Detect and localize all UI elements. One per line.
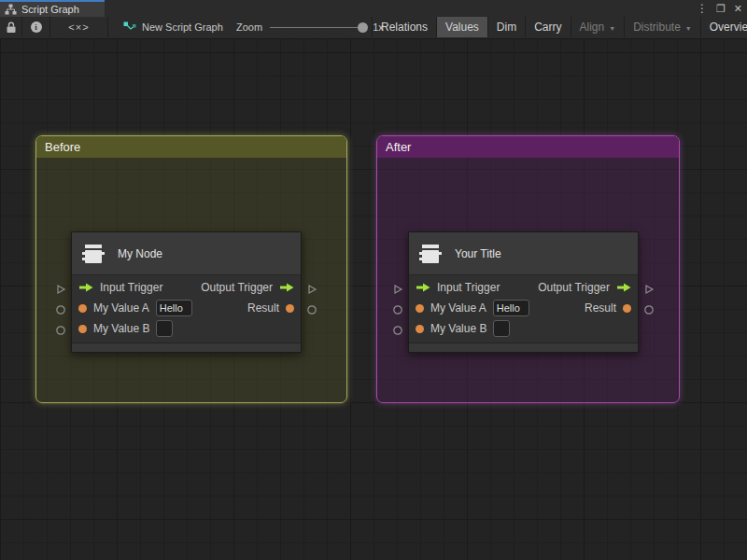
external-value-input-connector[interactable] xyxy=(392,323,403,334)
value-output-port-icon[interactable] xyxy=(286,304,294,313)
value-input-port-icon[interactable] xyxy=(416,325,424,333)
group-title: Before xyxy=(45,140,80,154)
zoom-slider[interactable] xyxy=(270,27,363,28)
port-label: Output Trigger xyxy=(538,281,610,294)
relations-button[interactable]: Relations xyxy=(372,17,436,37)
port-row: Input Trigger Output Trigger xyxy=(72,277,301,298)
port-label: Input Trigger xyxy=(100,281,162,294)
port-label: Input Trigger xyxy=(437,281,500,294)
node-body: Input Trigger Output Trigger My Value A xyxy=(409,275,638,343)
new-script-graph-label: New Script Graph xyxy=(142,21,223,33)
value-input-port-icon[interactable] xyxy=(78,304,87,313)
align-button[interactable]: Align ▼ xyxy=(571,17,625,37)
overview-button[interactable]: Overview xyxy=(700,17,747,37)
info-icon: i xyxy=(31,21,42,33)
port-row: My Value B xyxy=(72,318,301,339)
code-icon: <×> xyxy=(68,21,89,33)
toolbar: i <×> New Script Graph Zoom 1x xyxy=(0,17,747,39)
code-preview-button[interactable]: <×> xyxy=(50,17,108,37)
value-a-input[interactable] xyxy=(493,300,529,316)
external-value-input-connector[interactable] xyxy=(392,302,403,314)
trigger-output-port-icon[interactable] xyxy=(279,283,294,292)
new-script-graph-button[interactable]: New Script Graph xyxy=(123,17,223,37)
node-header[interactable]: Your Title xyxy=(409,232,638,275)
external-trigger-output-connector[interactable] xyxy=(643,282,655,293)
value-input-port-icon[interactable] xyxy=(416,304,424,313)
node-your-title[interactable]: Your Title Input Trigger Output Trigger xyxy=(408,231,639,353)
titlebar: Script Graph ⋮ ❐ ✕ xyxy=(0,0,747,17)
node-body: Input Trigger Output Trigger My Value A xyxy=(72,275,301,343)
node-header[interactable]: My Node xyxy=(72,232,301,275)
port-row: My Value B xyxy=(409,318,638,339)
port-row: Input Trigger Output Trigger xyxy=(409,277,638,298)
port-label: My Value A xyxy=(430,301,486,315)
external-trigger-input-connector[interactable] xyxy=(392,282,403,293)
group-before-header[interactable]: Before xyxy=(36,136,346,158)
distribute-button[interactable]: Distribute ▼ xyxy=(624,17,700,37)
zoom-label: Zoom xyxy=(236,21,262,33)
group-title: After xyxy=(386,140,411,154)
node-footer xyxy=(409,343,638,352)
port-label: My Value B xyxy=(93,322,149,335)
zoom-control: Zoom 1x xyxy=(236,17,384,37)
distribute-label: Distribute xyxy=(633,21,681,34)
port-label: My Value B xyxy=(430,322,486,335)
toolbar-buttons: Relations Values Dim Carry Align ▼ Distr… xyxy=(372,17,747,37)
align-label: Align xyxy=(580,21,605,34)
close-icon[interactable]: ✕ xyxy=(734,0,742,17)
external-value-output-connector[interactable] xyxy=(643,302,655,314)
window-controls: ⋮ ❐ ✕ xyxy=(697,0,742,17)
carry-button[interactable]: Carry xyxy=(525,17,570,37)
external-trigger-input-connector[interactable] xyxy=(55,282,66,293)
script-graph-tab-icon xyxy=(5,4,17,15)
port-label: Output Trigger xyxy=(201,281,273,294)
external-trigger-output-connector[interactable] xyxy=(306,282,317,293)
unit-icon xyxy=(418,243,443,265)
trigger-output-port-icon[interactable] xyxy=(616,283,631,292)
node-footer xyxy=(72,343,301,352)
node-title: My Node xyxy=(118,247,162,260)
inspect-button[interactable]: i xyxy=(22,17,50,37)
graph-canvas[interactable]: Before After My Node xyxy=(0,39,747,560)
value-b-input[interactable] xyxy=(156,320,173,337)
trigger-input-port-icon[interactable] xyxy=(78,283,93,292)
unit-icon xyxy=(81,243,106,265)
external-value-input-connector[interactable] xyxy=(55,323,66,334)
value-b-input[interactable] xyxy=(493,320,510,337)
graph-icon xyxy=(123,21,136,33)
value-input-port-icon[interactable] xyxy=(78,325,87,333)
group-after-header[interactable]: After xyxy=(377,136,679,158)
port-row: My Value A Result xyxy=(409,298,638,318)
lock-button[interactable] xyxy=(0,17,22,37)
port-row: My Value A Result xyxy=(72,298,301,318)
port-label: My Value A xyxy=(93,301,149,315)
maximize-icon[interactable]: ❐ xyxy=(716,0,726,17)
port-label: Result xyxy=(247,301,279,315)
value-output-port-icon[interactable] xyxy=(623,304,631,313)
chevron-down-icon: ▼ xyxy=(609,25,615,32)
value-a-input[interactable] xyxy=(156,300,192,316)
port-label: Result xyxy=(585,301,616,315)
node-title: Your Title xyxy=(455,247,501,260)
zoom-slider-handle[interactable] xyxy=(358,22,368,33)
tab-title: Script Graph xyxy=(21,4,79,15)
external-value-input-connector[interactable] xyxy=(55,302,66,314)
values-button[interactable]: Values xyxy=(436,17,487,37)
node-my-node[interactable]: My Node Input Trigger Output Trigger xyxy=(71,231,302,353)
window-menu-icon[interactable]: ⋮ xyxy=(697,0,708,17)
toolbar-left-icons: i <×> xyxy=(0,17,108,37)
tab-script-graph[interactable]: Script Graph xyxy=(0,0,105,17)
lock-icon xyxy=(6,21,17,34)
script-graph-window: Script Graph ⋮ ❐ ✕ i <×> xyxy=(0,0,747,560)
trigger-input-port-icon[interactable] xyxy=(416,283,430,292)
dim-button[interactable]: Dim xyxy=(487,17,525,37)
chevron-down-icon: ▼ xyxy=(685,25,692,32)
external-value-output-connector[interactable] xyxy=(306,302,317,314)
